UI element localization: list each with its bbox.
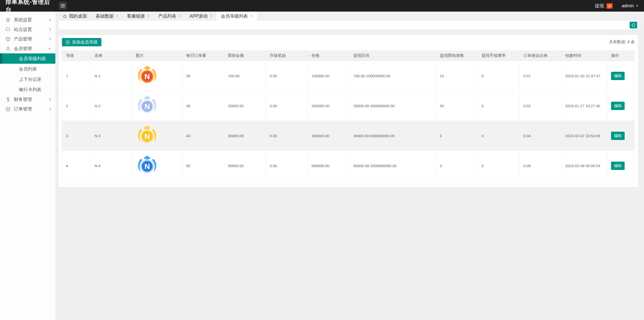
col-withdraw-fee-rate: 提现手续费率	[478, 51, 519, 61]
edit-button[interactable]: 编辑	[611, 162, 625, 170]
tab-my-desktop[interactable]: 我的桌面	[59, 12, 91, 21]
edit-button[interactable]: 编辑	[611, 102, 625, 110]
chevron-left-icon	[49, 18, 51, 22]
withdraw-count-badge[interactable]: 4	[607, 3, 613, 9]
cell-name: N-4	[91, 151, 132, 181]
cell-commission-ratio: 0.04	[519, 121, 561, 151]
cell-price: 100000.00	[308, 61, 349, 91]
app-title: 排单系统-管理后台	[0, 0, 55, 14]
level-medal-icon: N	[136, 64, 158, 87]
sidebar-item-site-settings[interactable]: 站点设置	[0, 25, 55, 34]
cube-icon	[5, 106, 11, 112]
sidebar-item-updown-records[interactable]: 上下分记录	[0, 74, 55, 84]
cell-commission-ratio: 0.02	[519, 91, 561, 121]
tab-label: 客服链接	[127, 13, 145, 19]
sidebar-item-label: 产品管理	[14, 36, 32, 42]
sidebar-item-member-management[interactable]: 会员管理	[0, 44, 55, 53]
table-row: 1 N-1 N 30 700.00 0.00 100000.00 70	[62, 61, 635, 91]
cell-price: 200000.00	[308, 91, 349, 121]
cell-limit-amount: 20000.00	[224, 91, 266, 121]
sidebar-toggle-button[interactable]	[59, 2, 67, 10]
col-image: 图片	[132, 51, 182, 61]
close-icon[interactable]: ×	[116, 14, 118, 18]
member-management-submenu: 会员等级列表 会员列表 上下分记录 银行卡列表	[0, 53, 55, 95]
page-toolbar	[59, 21, 638, 29]
col-daily-orders: 每日订单量	[182, 51, 224, 61]
chevron-left-icon	[49, 98, 51, 101]
tab-product-list[interactable]: 产品列表 ×	[154, 12, 185, 21]
cell-upgrade-reward: 0.00	[266, 121, 308, 151]
cell-daily-orders: 50	[182, 151, 224, 181]
level-medal-icon: N	[136, 154, 158, 177]
cell-level: 3	[62, 121, 91, 151]
cell-upgrade-reward: 0.00	[266, 61, 308, 91]
cell-withdraw-range: 30000.00-600000000.00	[349, 121, 436, 151]
cube-icon	[5, 37, 11, 42]
col-price: 价格	[308, 51, 349, 61]
cell-daily-orders: 30	[182, 91, 224, 121]
tab-basic-data[interactable]: 基础数据 ×	[91, 12, 123, 21]
chevron-left-icon	[49, 107, 51, 111]
cell-actions: 编辑	[607, 61, 634, 91]
cell-name: N-1	[91, 61, 132, 91]
username: admin	[622, 3, 634, 9]
tab-label: 基础数据	[96, 13, 114, 19]
sidebar-subitem-label: 上下分记录	[19, 76, 42, 82]
cell-withdraw-fee-rate: 0	[478, 61, 519, 91]
cell-withdraw-range: 700.00-100000000.00	[349, 61, 436, 91]
close-icon[interactable]: ×	[250, 14, 252, 18]
sidebar-subitem-label: 会员列表	[19, 66, 37, 72]
sidebar-item-label: 系统设置	[14, 17, 32, 23]
cell-image: N	[132, 121, 182, 151]
table-row: 3 N-3 N 40 30000.00 0.00 300000.00	[62, 121, 635, 151]
cell-withdraw-fee-rate: 0	[478, 151, 519, 181]
refresh-button[interactable]	[630, 22, 637, 28]
table-header-row: 等级 名称 图片 每日订单量 限制金额 升级奖励 价格 提现区间 提现限制单数 …	[62, 51, 635, 61]
plus-circle-icon	[66, 40, 70, 44]
tab-bar: 我的桌面 基础数据 × 客服链接 × 产品列表 × APP滚动 × 会员等级列表…	[55, 12, 644, 21]
cloud-icon	[5, 27, 11, 32]
add-member-level-button[interactable]: 添加会员等级	[62, 38, 101, 46]
svg-text:N: N	[144, 132, 150, 140]
close-icon[interactable]: ×	[147, 14, 149, 18]
cell-created-at: 2023-02-08 00:00:54	[561, 151, 607, 181]
sidebar-item-label: 订单管理	[14, 106, 32, 112]
tab-app-scroll[interactable]: APP滚动 ×	[185, 12, 216, 21]
tab-service-link[interactable]: 客服链接 ×	[123, 12, 154, 21]
cell-image: N	[132, 61, 182, 91]
hamburger-icon	[61, 4, 65, 8]
sidebar-item-product-management[interactable]: 产品管理	[0, 34, 55, 44]
tab-label: APP滚动	[189, 13, 208, 19]
cell-actions: 编辑	[607, 91, 634, 121]
sidebar: 系统设置 站点设置 产品管理	[0, 12, 55, 320]
tab-member-level-list[interactable]: 会员等级列表 ×	[216, 12, 257, 21]
sidebar-item-member-list[interactable]: 会员列表	[0, 64, 55, 74]
sidebar-item-finance-management[interactable]: 财务管理	[0, 95, 55, 104]
cell-image: N	[132, 151, 182, 181]
tab-label: 会员等级列表	[221, 13, 248, 19]
sidebar-item-member-level-list[interactable]: 会员等级列表	[0, 53, 55, 64]
withdraw-link[interactable]: 提现	[595, 3, 604, 9]
chevron-down-icon: ▼	[636, 4, 638, 7]
tab-label: 我的桌面	[69, 13, 87, 19]
svg-text:N: N	[144, 72, 150, 81]
sidebar-item-order-management[interactable]: 订单管理	[0, 104, 55, 114]
close-icon[interactable]: ×	[179, 14, 181, 18]
col-level: 等级	[62, 51, 91, 61]
edit-button[interactable]: 编辑	[611, 132, 625, 140]
member-level-panel: 添加会员等级 共有数据: 4 条 等级 名称 图片 每日订单量 限制金额 升级奖…	[59, 35, 638, 187]
cell-withdraw-limit-count: 0	[436, 121, 478, 151]
cell-level: 4	[62, 151, 91, 181]
col-commission-ratio: 订单佣金比例	[519, 51, 561, 61]
user-menu[interactable]: admin ▼	[622, 3, 638, 9]
level-medal-icon: N	[136, 94, 158, 117]
close-icon[interactable]: ×	[210, 14, 212, 18]
sidebar-item-bank-card-list[interactable]: 银行卡列表	[0, 84, 55, 95]
cell-upgrade-reward: 0.00	[266, 151, 308, 181]
cell-limit-amount: 50000.00	[224, 151, 266, 181]
edit-button[interactable]: 编辑	[611, 72, 625, 80]
col-name: 名称	[91, 51, 132, 61]
cell-withdraw-range: 20000.00-300000000.00	[349, 91, 436, 121]
top-header: 排单系统-管理后台 提现 4 admin ▼	[0, 0, 644, 12]
sidebar-item-system-settings[interactable]: 系统设置	[0, 15, 55, 25]
